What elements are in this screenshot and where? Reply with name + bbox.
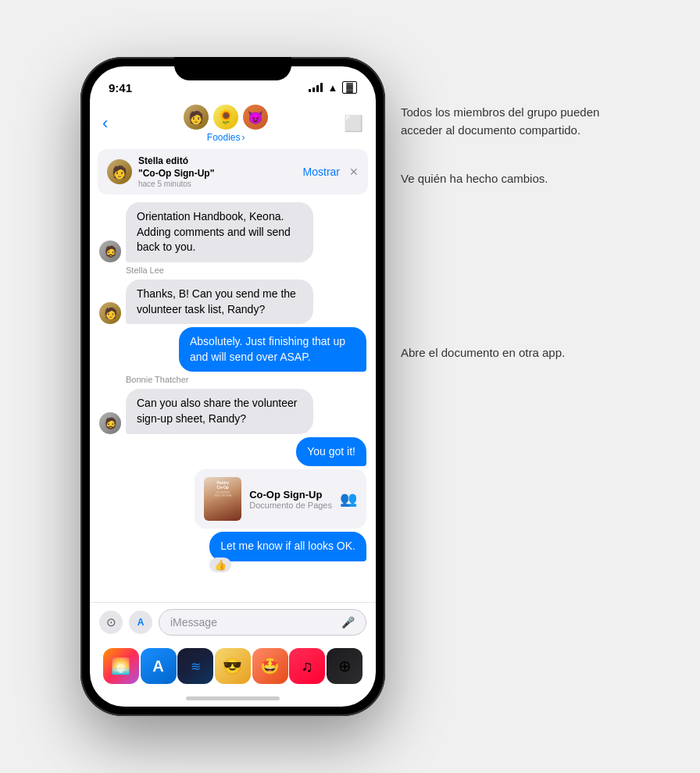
video-call-button[interactable]: ⬜	[344, 114, 363, 133]
doc-thumb-subtitle: VOLUNTEERSIGN-UP FORM	[214, 491, 231, 497]
doc-share-icon[interactable]: 👥	[340, 490, 357, 508]
edit-banner-title-line1: Stella editó	[138, 155, 188, 166]
camera-button[interactable]: ⊙	[99, 611, 123, 634]
dock-memoji2-icon[interactable]: 🤩	[252, 648, 288, 684]
annotation-2: Ve quién ha hecho cambios.	[401, 170, 620, 188]
dock-appstore-icon[interactable]: A	[141, 648, 177, 684]
message-bubble: You got it!	[296, 437, 366, 467]
signal-bar-2	[312, 87, 315, 92]
signal-bars-icon	[309, 83, 323, 92]
sender-name-label: Bonnie Thatcher	[126, 375, 366, 384]
group-avatars: 🧑 🌻 😈	[183, 104, 269, 130]
annotation-text-1: Todos los miembros del grupo pueden acce…	[401, 105, 599, 137]
doc-thumb-title: PantryCo-Op	[216, 480, 229, 490]
signal-bar-3	[316, 85, 319, 92]
mic-icon[interactable]: 🎤	[341, 616, 355, 629]
annotation-1: Todos los miembros del grupo pueden acce…	[401, 104, 620, 139]
memoji2-icon: 🤩	[260, 657, 280, 675]
edit-banner[interactable]: 🧑 Stella editó "Co-Op Sign-Up" hace 5 mi…	[98, 149, 368, 194]
message-input-field[interactable]: iMessage 🎤	[159, 609, 366, 636]
nav-center[interactable]: 🧑 🌻 😈 Foodies ›	[183, 104, 269, 143]
messages-area: 🧔 Orientation Handbook, Keona. Adding co…	[90, 199, 376, 602]
message-bubble: Thanks, B! Can you send me the volunteer…	[126, 280, 313, 324]
home-indicator	[90, 696, 376, 707]
avatar-3: 😈	[242, 104, 269, 130]
app-icon: A	[138, 617, 145, 628]
group-chevron-icon: ›	[242, 132, 245, 143]
wifi-icon: ▲	[327, 82, 338, 94]
doc-thumbnail: PantryCo-Op VOLUNTEERSIGN-UP FORM	[204, 477, 241, 521]
annotation-text-3: Abre el documento en otra app.	[401, 346, 565, 359]
annotation-text-2: Ve quién ha hecho cambios.	[401, 172, 548, 185]
edit-banner-title-line2: "Co-Op Sign-Up"	[138, 168, 214, 179]
message-row: Absolutely. Just finishing that up and w…	[99, 327, 366, 372]
status-time: 9:41	[109, 81, 132, 94]
home-bar	[186, 696, 280, 700]
app-dock: 🌅 A ≋ 😎 🤩 ♫ ⊕	[90, 642, 376, 696]
doc-name: Co-Op Sign-Up	[249, 489, 332, 500]
input-bar: ⊙ A iMessage 🎤	[90, 602, 376, 642]
shazam-icon: ≋	[191, 659, 201, 674]
group-name[interactable]: Foodies ›	[207, 132, 245, 143]
avatar-1: 🧑	[183, 104, 209, 130]
fitness-icon: ⊕	[338, 657, 352, 675]
message-row-doc: PantryCo-Op VOLUNTEERSIGN-UP FORM Co-Op …	[99, 469, 366, 529]
dock-shazam-icon[interactable]: ≋	[177, 648, 213, 684]
edit-banner-show-button[interactable]: Mostrar	[303, 166, 340, 178]
camera-icon: ⊙	[106, 615, 116, 629]
doc-info: Co-Op Sign-Up Documento de Pages	[249, 489, 332, 510]
message-row: 🧑 Thanks, B! Can you send me the volunte…	[99, 280, 366, 324]
message-row: 🧔 Can you also share the volunteer sign-…	[99, 389, 366, 433]
dock-memoji-icon[interactable]: 😎	[215, 648, 251, 684]
group-name-label: Foodies	[207, 132, 241, 143]
battery-icon: ▓	[342, 81, 357, 94]
edit-banner-avatar: 🧑	[107, 159, 132, 184]
dock-fitness-icon[interactable]: ⊕	[327, 648, 362, 684]
status-icons: ▲ ▓	[309, 81, 357, 94]
message-avatar-bonnie: 🧔	[99, 412, 121, 434]
message-bubble: Orientation Handbook, Keona. Adding comm…	[126, 202, 313, 262]
reaction-badge: 👍	[209, 557, 231, 572]
message-avatar: 🧔	[99, 240, 121, 262]
document-card[interactable]: PantryCo-Op VOLUNTEERSIGN-UP FORM Co-Op …	[195, 469, 366, 529]
edit-banner-content: Stella editó "Co-Op Sign-Up" hace 5 minu…	[138, 155, 297, 188]
phone-frame: 9:41 ▲ ▓ ‹ 🧑	[80, 57, 385, 716]
message-bubble: Let me know if all looks OK.	[209, 532, 366, 561]
avatar-2: 🌻	[212, 104, 239, 130]
dock-photos-icon[interactable]: 🌅	[103, 648, 139, 684]
input-placeholder: iMessage	[170, 616, 217, 629]
phone-screen: 9:41 ▲ ▓ ‹ 🧑	[90, 66, 376, 707]
message-bubble: Can you also share the volunteer sign-up…	[126, 389, 313, 433]
message-bubble: Absolutely. Just finishing that up and w…	[179, 327, 366, 372]
music-icon: ♫	[302, 657, 313, 675]
signal-bar-1	[309, 89, 311, 92]
nav-bar: ‹ 🧑 🌻 😈 Foodies › ⬜	[90, 101, 376, 149]
sender-name-label: Stella Lee	[126, 265, 366, 275]
message-with-reaction: Let me know if all looks OK. 👍	[209, 532, 366, 561]
edit-banner-time: hace 5 minutos	[138, 180, 297, 188]
annotation-3: Abre el documento en otra app.	[401, 344, 620, 362]
dock-music-icon[interactable]: ♫	[289, 648, 325, 684]
message-row: Let me know if all looks OK. 👍	[99, 532, 366, 561]
back-button[interactable]: ‹	[102, 113, 108, 134]
annotations-panel: Todos los miembros del grupo pueden acce…	[401, 57, 620, 362]
app-store-button[interactable]: A	[129, 611, 152, 634]
appstore-icon: A	[152, 657, 163, 675]
edit-banner-title: Stella editó "Co-Op Sign-Up"	[138, 155, 297, 180]
message-row: You got it!	[99, 437, 366, 467]
notch	[174, 57, 291, 80]
doc-type: Documento de Pages	[249, 500, 332, 510]
message-avatar-stella: 🧑	[99, 302, 121, 324]
memoji-icon: 😎	[223, 657, 242, 675]
photos-icon: 🌅	[111, 657, 130, 675]
edit-banner-close-button[interactable]: ✕	[349, 166, 359, 178]
message-row: 🧔 Orientation Handbook, Keona. Adding co…	[99, 202, 366, 262]
signal-bar-4	[320, 83, 323, 92]
